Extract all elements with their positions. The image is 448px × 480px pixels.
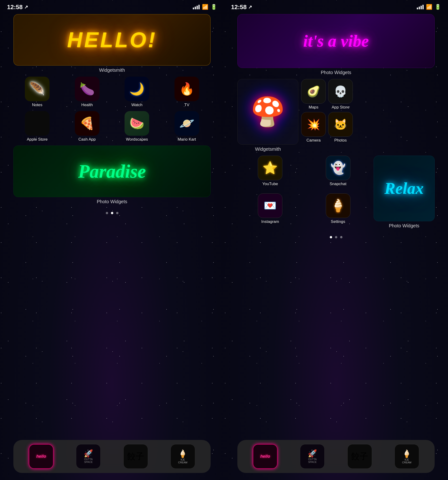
- dock-icecream-left[interactable]: 🍦 ICECREAM: [171, 444, 195, 469]
- wordscapes-label: Wordscapes: [126, 137, 148, 142]
- app-wordscapes[interactable]: 🍉 Wordscapes: [113, 111, 161, 142]
- apple-store-label: Apple Store: [27, 137, 48, 142]
- dock-right: hello 🚀 OUTTASPACE 餃子 🍦 ICECREAM: [237, 440, 434, 473]
- dock-space-right[interactable]: 🚀 OUTTASPACE: [300, 444, 325, 469]
- app-youtube[interactable]: ⭐ YouTube: [237, 156, 303, 191]
- app-apple-store[interactable]: Apple Store: [13, 111, 61, 142]
- youtube-icon[interactable]: ⭐: [258, 156, 282, 180]
- left-screen-content: 12:58 ↗ 📶 🔋 HELLO! Widgetsmith: [0, 0, 224, 480]
- health-icon[interactable]: 🍆: [75, 77, 100, 101]
- settings-label: Settings: [331, 219, 345, 224]
- widgetsmith-label-right: Widgetsmith: [255, 147, 281, 152]
- vibe-text: it's a vibe: [303, 31, 369, 51]
- watch-icon[interactable]: 🌙: [124, 77, 149, 101]
- app-store-label: App Store: [332, 105, 349, 110]
- mario-kart-icon[interactable]: 🪐: [174, 111, 199, 136]
- wifi-icon-left: 📶: [202, 4, 208, 10]
- left-phone: 12:58 ↗ 📶 🔋 HELLO! Widgetsmith: [0, 0, 224, 480]
- mushroom-section: 🍄 Widgetsmith 🥑 Maps 💀: [237, 79, 434, 152]
- status-icons-right: 📶 🔋: [417, 4, 441, 10]
- mario-kart-label: Mario Kart: [178, 137, 196, 142]
- paradise-widget[interactable]: Paradise: [13, 146, 210, 197]
- dock-gyoza-right[interactable]: 餃子: [347, 444, 372, 469]
- app-photos[interactable]: 🐱 Photos: [328, 112, 353, 143]
- app-tv[interactable]: 🔥 TV: [163, 77, 211, 107]
- dot-1-left[interactable]: [106, 212, 108, 214]
- watch-label: Watch: [131, 103, 143, 107]
- dot-2-right[interactable]: [335, 236, 337, 238]
- app-health[interactable]: 🍆 Health: [63, 77, 111, 107]
- mushroom-widget-container: 🍄 Widgetsmith: [237, 79, 298, 152]
- page-dots-right: [330, 236, 342, 238]
- instagram-label: Instagram: [261, 219, 279, 224]
- settings-icon[interactable]: 🍦: [326, 193, 350, 218]
- app-grid-row1-left: 🪶 Notes 🍆 Health 🌙 Watch 🔥 TV: [13, 77, 210, 107]
- mushroom-widget[interactable]: 🍄: [237, 79, 298, 145]
- hello-widget[interactable]: HELLO!: [13, 14, 210, 66]
- app-store-icon[interactable]: 💀: [328, 79, 353, 104]
- vibe-widget[interactable]: it's a vibe: [237, 14, 434, 68]
- relax-widget-container: Relax Photo Widgets: [374, 156, 435, 228]
- dot-2-left[interactable]: [111, 212, 113, 214]
- widgetsmith-label-left: Widgetsmith: [99, 68, 125, 73]
- status-bar-right: 12:58 ↗ 📶 🔋: [224, 0, 448, 14]
- dock-icecream-right[interactable]: 🍦 ICECREAM: [395, 444, 419, 469]
- right-screen-content: 12:58 ↗ 📶 🔋 it's a vibe Photo Widgets: [224, 0, 448, 480]
- bottom-section-right: ⭐ YouTube 👻 Snapchat 💌 Instagram: [237, 156, 434, 228]
- snapchat-icon[interactable]: 👻: [326, 156, 350, 180]
- app-maps[interactable]: 🥑 Maps: [301, 79, 326, 110]
- app-app-store[interactable]: 💀 App Store: [328, 79, 353, 110]
- dock-gyoza-left[interactable]: 餃子: [123, 444, 148, 469]
- notes-icon[interactable]: 🪶: [25, 77, 50, 101]
- relax-text: Relax: [384, 179, 424, 198]
- snapchat-label: Snapchat: [330, 182, 347, 186]
- dot-3-left[interactable]: [116, 212, 118, 214]
- app-settings[interactable]: 🍦 Settings: [305, 193, 371, 229]
- status-time-left: 12:58 ↗: [7, 4, 28, 11]
- tv-icon[interactable]: 🔥: [174, 77, 199, 101]
- app-grid-row2-left: Apple Store 🍕 Cash App 🍉 Wordscapes 🪐 Ma…: [13, 111, 210, 142]
- status-time-right: 12:58 ↗: [231, 4, 252, 11]
- time-right: 12:58: [231, 4, 247, 11]
- camera-label: Camera: [307, 138, 321, 143]
- relax-widget[interactable]: Relax: [374, 156, 435, 221]
- app-instagram[interactable]: 💌 Instagram: [237, 193, 303, 229]
- apple-store-icon[interactable]: [25, 111, 50, 136]
- status-bar-left: 12:58 ↗ 📶 🔋: [0, 0, 224, 14]
- dock-hello-left[interactable]: hello: [29, 444, 53, 469]
- health-label: Health: [81, 103, 93, 107]
- wifi-icon-right: 📶: [426, 4, 432, 10]
- app-camera[interactable]: 💥 Camera: [301, 112, 326, 143]
- tv-label: TV: [184, 103, 189, 107]
- cash-app-icon[interactable]: 🍕: [75, 111, 100, 136]
- app-snapchat[interactable]: 👻 Snapchat: [305, 156, 371, 191]
- camera-photos-row: 💥 Camera 🐱 Photos: [301, 112, 353, 143]
- instagram-icon[interactable]: 💌: [258, 193, 282, 218]
- page-dots-left: [106, 212, 118, 214]
- photos-label: Photos: [334, 138, 347, 143]
- app-watch[interactable]: 🌙 Watch: [113, 77, 161, 107]
- dot-1-right[interactable]: [330, 236, 332, 238]
- photos-icon[interactable]: 🐱: [328, 112, 353, 137]
- time-left: 12:58: [7, 4, 23, 11]
- youtube-label: YouTube: [262, 182, 278, 186]
- maps-icon[interactable]: 🥑: [301, 79, 326, 104]
- dock-space-left[interactable]: 🚀 OUTTASPACE: [76, 444, 101, 469]
- battery-icon-left: 🔋: [211, 4, 217, 10]
- camera-icon[interactable]: 💥: [301, 112, 326, 137]
- wordscapes-icon[interactable]: 🍉: [124, 111, 149, 136]
- dock-hello-right[interactable]: hello: [253, 444, 277, 469]
- app-notes[interactable]: 🪶 Notes: [13, 77, 61, 107]
- dock-left: hello 🚀 OUTTASPACE 餃子 🍦 ICECREAM: [13, 440, 210, 473]
- app-mario-kart[interactable]: 🪐 Mario Kart: [163, 111, 211, 142]
- right-phone: 12:58 ↗ 📶 🔋 it's a vibe Photo Widgets: [224, 0, 448, 480]
- dot-3-right[interactable]: [340, 236, 342, 238]
- status-icons-left: 📶 🔋: [193, 4, 217, 10]
- photo-widgets-label-left: Photo Widgets: [97, 199, 127, 204]
- hello-text: HELLO!: [67, 28, 157, 52]
- maps-label: Maps: [309, 105, 318, 110]
- maps-appstore-row: 🥑 Maps 💀 App Store: [301, 79, 353, 110]
- signal-icon-right: [417, 5, 424, 9]
- battery-icon-right: 🔋: [435, 4, 441, 10]
- app-cash-app[interactable]: 🍕 Cash App: [63, 111, 111, 142]
